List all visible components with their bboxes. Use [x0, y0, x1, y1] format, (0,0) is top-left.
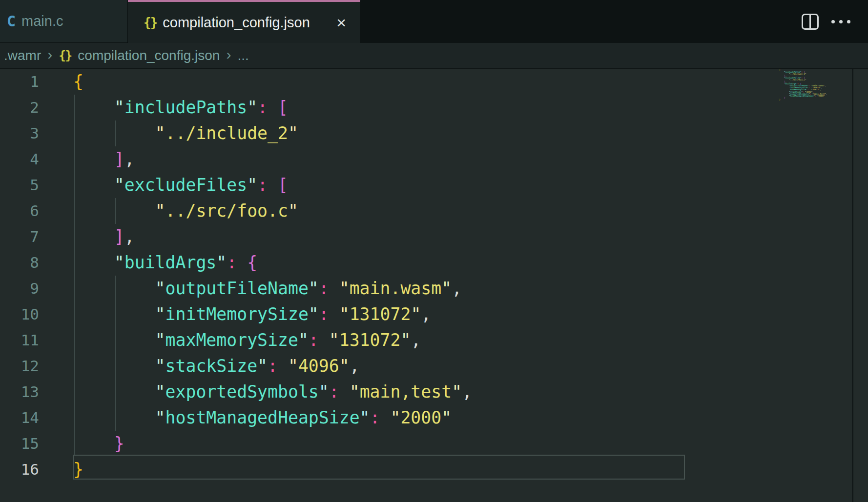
minimap[interactable]: { "includePaths": [ "../include_2" ], "e… [779, 69, 851, 167]
code-text: "exportedSymbols": "main,test", [73, 379, 472, 405]
breadcrumb: .wamr › {} compilation_config.json › ... [0, 43, 868, 69]
code-text: "buildArgs": { [73, 250, 257, 276]
whitespace [73, 330, 155, 350]
code-text: { [73, 69, 83, 95]
token-b1: } [784, 97, 785, 99]
whitespace [73, 408, 155, 427]
token-colon: : [319, 304, 329, 324]
code-line[interactable]: 11 "maxMemorySize": "131072", [0, 327, 776, 353]
code-line[interactable]: 14 "hostManagedHeapSize": "2000" [0, 405, 776, 431]
whitespace [73, 382, 155, 402]
line-number: 2 [0, 95, 39, 120]
whitespace [73, 227, 114, 246]
token-vq: " [339, 279, 350, 298]
line-number: 10 [0, 301, 39, 327]
token-vq: " [441, 408, 452, 427]
token-key: maxMemorySize [165, 330, 298, 350]
line-number: 3 [0, 120, 39, 146]
whitespace [73, 201, 155, 221]
code-line[interactable]: 5 "excludeFiles": [ [0, 172, 776, 198]
breadcrumb-file[interactable]: compilation_config.json [78, 48, 220, 63]
token-q: " [360, 408, 370, 427]
token-colon: : [257, 98, 268, 117]
whitespace [319, 330, 329, 350]
token-comma: , [462, 382, 472, 402]
token-comma: , [124, 149, 135, 169]
split-editor-icon[interactable] [802, 14, 819, 30]
code-line[interactable]: 2 "includePaths": [ [0, 95, 776, 120]
tab-compilation-config-json[interactable]: {} compilation_config.json × [128, 0, 360, 43]
token-vq: " [288, 123, 298, 143]
code-line[interactable]: 4 ], [0, 146, 776, 172]
token-vq: " [288, 356, 298, 376]
breadcrumb-symbol[interactable]: ... [237, 48, 248, 63]
token-q: " [319, 382, 329, 402]
token-val: ../include_2 [790, 73, 805, 75]
code-lines: 1{2 "includePaths": [3 "../include_2"4 ]… [0, 69, 776, 482]
token-val: main,test [360, 382, 452, 402]
token-q: " [309, 304, 319, 324]
editor[interactable]: 1{2 "includePaths": [3 "../include_2"4 ]… [0, 69, 868, 502]
code-text: "excludeFiles": [ [73, 172, 288, 198]
whitespace [73, 356, 155, 376]
token-colon: : [309, 330, 319, 350]
code-line[interactable]: 15 } [0, 431, 776, 457]
line-number: 11 [0, 327, 39, 353]
token-vq: " [824, 95, 825, 97]
token-colon: : [370, 408, 380, 427]
code-line[interactable]: 9 "outputFileName": "main.wasm", [0, 276, 776, 301]
token-comma: , [124, 227, 135, 246]
whitespace [73, 304, 155, 324]
line-number: 15 [0, 431, 39, 457]
token-q: " [247, 98, 257, 117]
line-number: 9 [0, 276, 39, 301]
token-q: " [155, 356, 165, 376]
token-vq: " [155, 201, 165, 221]
token-q: " [257, 356, 268, 376]
token-b1: [ [278, 175, 288, 195]
token-q: " [155, 330, 165, 350]
token-vq: " [288, 201, 298, 221]
code-line[interactable]: 13 "exportedSymbols": "main,test", [0, 379, 776, 405]
token-vq: " [441, 279, 452, 298]
token-q: " [114, 175, 124, 195]
token-b1: } [114, 434, 124, 453]
token-vq: " [329, 330, 339, 350]
token-q: " [155, 382, 165, 402]
code-line[interactable]: 1{ [0, 69, 776, 95]
tab-main-c[interactable]: C main.c [0, 0, 128, 43]
token-key: exportedSymbols [165, 382, 319, 402]
token-b1: ] [114, 227, 124, 246]
line-number: 13 [0, 379, 39, 405]
token-b0: } [779, 99, 781, 101]
line-number: 8 [0, 250, 39, 276]
token-b1: [ [278, 98, 288, 117]
code-line[interactable]: 12 "stackSize": "4096", [0, 353, 776, 379]
code-line[interactable]: 6 "../src/foo.c" [0, 198, 776, 224]
line-number: 4 [0, 146, 39, 172]
token-vq: " [400, 330, 411, 350]
code-text: "stackSize": "4096", [73, 353, 360, 379]
split-editor-divider [809, 15, 811, 28]
token-q: " [247, 175, 257, 195]
token-key: initMemorySize [165, 304, 309, 324]
close-tab-icon[interactable]: × [336, 14, 346, 31]
breadcrumb-folder[interactable]: .wamr [4, 48, 41, 63]
token-q: " [298, 330, 309, 350]
token-val: 131072 [350, 304, 411, 324]
line-number: 14 [0, 405, 39, 431]
code-text: } [73, 431, 124, 457]
editor-actions [802, 0, 850, 43]
code-line[interactable]: 7 ], [0, 224, 776, 250]
line-number: 1 [0, 69, 39, 95]
token-vq: " [411, 304, 421, 324]
code-line[interactable]: 16} [0, 457, 776, 482]
code-line[interactable]: 3 "../include_2" [0, 120, 776, 146]
token-val: 2000 [819, 95, 824, 97]
whitespace [380, 408, 391, 427]
code-line[interactable]: 8 "buildArgs": { [0, 250, 776, 276]
token-q: " [155, 408, 165, 427]
token-colon: : [268, 356, 278, 376]
more-actions-icon[interactable] [831, 20, 850, 23]
code-line[interactable]: 10 "initMemorySize": "131072", [0, 301, 776, 327]
